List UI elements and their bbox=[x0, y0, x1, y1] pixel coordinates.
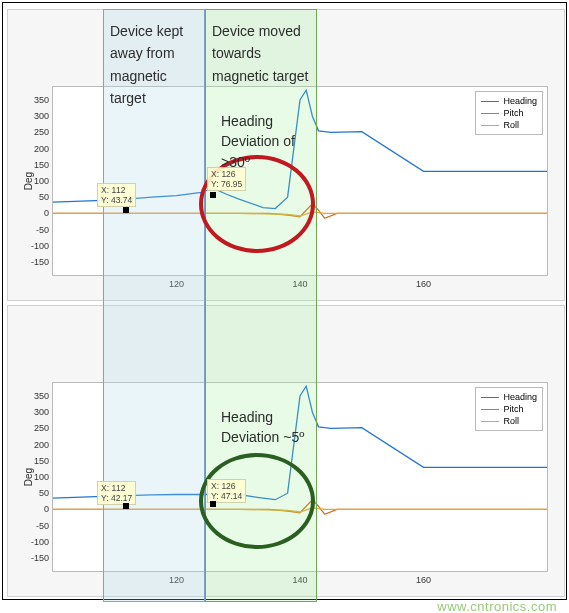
outer-frame: Deg Heading Pitch Roll -150-100-50050100… bbox=[2, 2, 567, 600]
legend-swatch-roll bbox=[481, 125, 499, 126]
y-tick: 0 bbox=[23, 208, 49, 218]
overlay-blue-label: Device kept away from magnetic target bbox=[110, 20, 202, 110]
legend-bottom: Heading Pitch Roll bbox=[475, 387, 543, 431]
datatip-x: X: 126 bbox=[211, 481, 242, 491]
legend-swatch-pitch bbox=[481, 409, 499, 410]
legend-swatch-pitch bbox=[481, 113, 499, 114]
y-tick: 150 bbox=[23, 456, 49, 466]
datatip-marker bbox=[123, 207, 129, 213]
annotation-bottom: Heading Deviation ~5º bbox=[221, 407, 321, 448]
legend-item-pitch: Pitch bbox=[481, 107, 537, 119]
datatip-marker bbox=[210, 501, 216, 507]
datatip-top-left: X: 112 Y: 43.74 bbox=[97, 183, 136, 207]
legend-item-roll: Roll bbox=[481, 415, 537, 427]
y-tick: 200 bbox=[23, 440, 49, 450]
y-tick: -150 bbox=[23, 553, 49, 563]
y-tick: 300 bbox=[23, 407, 49, 417]
legend-label: Heading bbox=[503, 95, 537, 107]
legend-item-roll: Roll bbox=[481, 119, 537, 131]
datatip-bottom-left: X: 112 Y: 42.17 bbox=[97, 481, 136, 505]
datatip-x: X: 112 bbox=[101, 185, 132, 195]
y-tick: 300 bbox=[23, 111, 49, 121]
y-tick: -50 bbox=[23, 521, 49, 531]
datatip-bottom-right: X: 126 Y: 47.14 bbox=[207, 479, 246, 503]
legend-swatch-heading bbox=[481, 101, 499, 102]
y-tick: 0 bbox=[23, 504, 49, 514]
y-tick: 100 bbox=[23, 176, 49, 186]
y-tick: 100 bbox=[23, 472, 49, 482]
y-tick: -100 bbox=[23, 537, 49, 547]
datatip-y: Y: 76.95 bbox=[211, 179, 242, 189]
y-tick: 200 bbox=[23, 144, 49, 154]
legend-swatch-heading bbox=[481, 397, 499, 398]
y-tick: 250 bbox=[23, 423, 49, 433]
y-tick: 150 bbox=[23, 160, 49, 170]
datatip-x: X: 112 bbox=[101, 483, 132, 493]
legend-top: Heading Pitch Roll bbox=[475, 91, 543, 135]
y-tick: -50 bbox=[23, 225, 49, 235]
datatip-marker bbox=[210, 192, 216, 198]
y-tick: 350 bbox=[23, 95, 49, 105]
datatip-y: Y: 47.14 bbox=[211, 491, 242, 501]
annotation-top: Heading Deviation of >30º bbox=[221, 111, 321, 172]
legend-label: Pitch bbox=[503, 107, 523, 119]
y-tick: 350 bbox=[23, 391, 49, 401]
y-tick: -150 bbox=[23, 257, 49, 267]
x-tick: 160 bbox=[416, 575, 431, 585]
y-tick: 50 bbox=[23, 192, 49, 202]
legend-label: Roll bbox=[503, 119, 519, 131]
legend-item-heading: Heading bbox=[481, 95, 537, 107]
x-tick: 160 bbox=[416, 279, 431, 289]
legend-label: Pitch bbox=[503, 403, 523, 415]
legend-label: Heading bbox=[503, 391, 537, 403]
overlay-green-label: Device moved towards magnetic target bbox=[212, 20, 312, 87]
watermark-text: www.cntronics.com bbox=[437, 599, 557, 613]
legend-label: Roll bbox=[503, 415, 519, 427]
y-tick: 250 bbox=[23, 127, 49, 137]
overlay-blue-region: Device kept away from magnetic target bbox=[103, 9, 205, 602]
y-tick: 50 bbox=[23, 488, 49, 498]
legend-swatch-roll bbox=[481, 421, 499, 422]
datatip-y: Y: 43.74 bbox=[101, 195, 132, 205]
legend-item-heading: Heading bbox=[481, 391, 537, 403]
datatip-y: Y: 42.17 bbox=[101, 493, 132, 503]
y-tick: -100 bbox=[23, 241, 49, 251]
datatip-marker bbox=[123, 503, 129, 509]
legend-item-pitch: Pitch bbox=[481, 403, 537, 415]
